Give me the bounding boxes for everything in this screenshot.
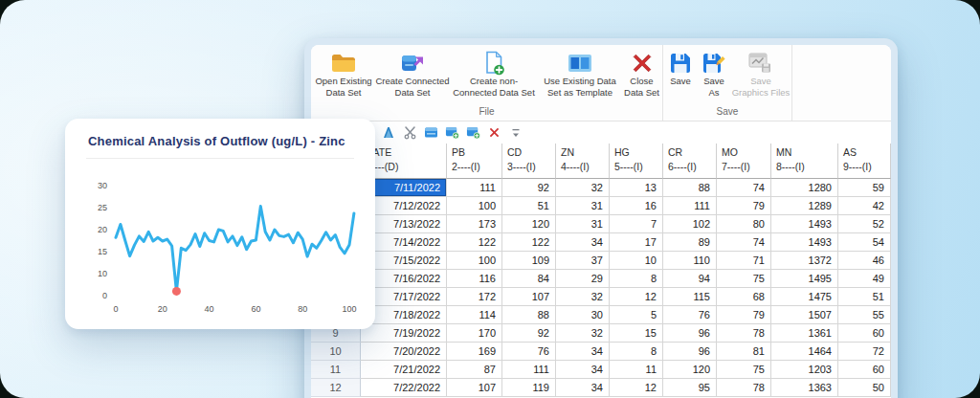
value-cell[interactable]: 72	[838, 343, 891, 361]
value-cell[interactable]: 8	[610, 270, 663, 288]
column-header-mo[interactable]: MO7----(I)	[717, 144, 771, 179]
value-cell[interactable]: 15	[610, 324, 663, 343]
value-cell[interactable]: 92	[502, 179, 556, 197]
value-cell[interactable]: 107	[502, 288, 556, 306]
value-cell[interactable]: 32	[556, 288, 610, 306]
value-cell[interactable]: 34	[556, 379, 610, 397]
value-cell[interactable]: 94	[663, 270, 717, 288]
value-cell[interactable]: 34	[556, 343, 610, 361]
value-cell[interactable]: 89	[663, 233, 717, 252]
value-cell[interactable]: 1289	[771, 197, 838, 215]
value-cell[interactable]: 88	[663, 179, 717, 197]
value-cell[interactable]: 1372	[771, 252, 838, 270]
value-cell[interactable]: 31	[556, 197, 610, 215]
value-cell[interactable]: 78	[717, 324, 771, 343]
value-cell[interactable]: 37	[556, 252, 610, 270]
value-cell[interactable]: 71	[717, 252, 771, 270]
column-header-zn[interactable]: ZN4----(I)	[556, 144, 610, 179]
value-cell[interactable]: 54	[838, 233, 891, 252]
close-dataset-button[interactable]: CloseData Set	[621, 50, 662, 98]
value-cell[interactable]: 115	[663, 288, 717, 306]
value-cell[interactable]: 76	[663, 306, 717, 324]
value-cell[interactable]: 60	[838, 361, 891, 379]
date-cell[interactable]: 7/20/2022	[361, 343, 447, 361]
column-header-hg[interactable]: HG5----(I)	[610, 144, 663, 179]
value-cell[interactable]: 172	[447, 288, 502, 306]
value-cell[interactable]: 1280	[771, 179, 838, 197]
value-cell[interactable]: 79	[717, 306, 771, 324]
column-header-cr[interactable]: CR6----(I)	[663, 144, 717, 179]
value-cell[interactable]: 13	[610, 179, 663, 197]
value-cell[interactable]: 51	[502, 197, 556, 215]
value-cell[interactable]: 170	[447, 324, 502, 343]
column-header-cd[interactable]: CD3----(I)	[502, 144, 556, 179]
create-nonconnected-dataset-button[interactable]: Create non-Connected Data Set	[449, 50, 539, 98]
value-cell[interactable]: 110	[663, 252, 717, 270]
toolbar-overflow-icon[interactable]	[508, 125, 523, 140]
column-header-mn[interactable]: MN8----(I)	[771, 144, 838, 179]
table-add-column-icon[interactable]	[466, 125, 480, 140]
value-cell[interactable]: 10	[610, 252, 663, 270]
row-number[interactable]: 11	[311, 361, 361, 379]
value-cell[interactable]: 1361	[771, 324, 838, 343]
value-cell[interactable]: 116	[447, 270, 502, 288]
open-existing-dataset-button[interactable]: Open ExistingData Set	[311, 50, 376, 98]
value-cell[interactable]: 34	[556, 361, 610, 379]
value-cell[interactable]: 30	[556, 306, 610, 324]
value-cell[interactable]: 92	[502, 324, 556, 343]
value-cell[interactable]: 87	[447, 361, 502, 379]
table-add-row-icon[interactable]	[445, 125, 459, 140]
value-cell[interactable]: 7	[610, 215, 663, 233]
value-cell[interactable]: 1493	[771, 233, 838, 252]
value-cell[interactable]: 16	[610, 197, 663, 215]
value-cell[interactable]: 5	[610, 306, 663, 324]
value-cell[interactable]: 96	[663, 324, 717, 343]
value-cell[interactable]: 84	[502, 270, 556, 288]
value-cell[interactable]: 78	[717, 379, 771, 397]
value-cell[interactable]: 42	[838, 197, 891, 215]
value-cell[interactable]: 111	[663, 197, 717, 215]
date-cell[interactable]: 7/19/2022	[361, 324, 447, 343]
value-cell[interactable]: 32	[556, 179, 610, 197]
value-cell[interactable]: 12	[610, 379, 663, 397]
value-cell[interactable]: 173	[447, 215, 502, 233]
value-cell[interactable]: 12	[610, 288, 663, 306]
value-cell[interactable]: 8	[610, 343, 663, 361]
value-cell[interactable]: 100	[447, 252, 502, 270]
value-cell[interactable]: 107	[447, 379, 502, 397]
value-cell[interactable]: 109	[502, 252, 556, 270]
value-cell[interactable]: 120	[502, 215, 556, 233]
value-cell[interactable]: 1475	[771, 288, 838, 306]
value-cell[interactable]: 1363	[771, 379, 838, 397]
value-cell[interactable]: 122	[447, 233, 502, 252]
value-cell[interactable]: 60	[838, 324, 891, 343]
value-cell[interactable]: 76	[502, 343, 556, 361]
value-cell[interactable]: 52	[838, 215, 891, 233]
value-cell[interactable]: 75	[717, 270, 771, 288]
column-header-pb[interactable]: PB2----(I)	[447, 144, 502, 179]
value-cell[interactable]: 100	[447, 197, 502, 215]
value-cell[interactable]: 1203	[771, 361, 838, 379]
value-cell[interactable]: 169	[447, 343, 502, 361]
create-connected-dataset-button[interactable]: Create ConnectedData Set	[376, 50, 449, 98]
save-button[interactable]: Save	[663, 50, 698, 86]
value-cell[interactable]: 102	[663, 215, 717, 233]
save-as-button[interactable]: SaveAs	[698, 50, 730, 98]
value-cell[interactable]: 34	[556, 233, 610, 252]
value-cell[interactable]: 95	[663, 379, 717, 397]
value-cell[interactable]: 17	[610, 233, 663, 252]
value-cell[interactable]: 31	[556, 215, 610, 233]
value-cell[interactable]: 49	[838, 270, 891, 288]
table-icon[interactable]	[424, 125, 438, 140]
value-cell[interactable]: 81	[717, 343, 771, 361]
value-cell[interactable]: 51	[838, 288, 891, 306]
value-cell[interactable]: 88	[502, 306, 556, 324]
column-header-as[interactable]: AS9----(I)	[838, 144, 891, 179]
value-cell[interactable]: 50	[838, 379, 891, 397]
value-cell[interactable]: 114	[447, 306, 502, 324]
value-cell[interactable]: 80	[717, 215, 771, 233]
value-cell[interactable]: 11	[610, 361, 663, 379]
value-cell[interactable]: 55	[838, 306, 891, 324]
value-cell[interactable]: 46	[838, 252, 891, 270]
value-cell[interactable]: 96	[663, 343, 717, 361]
